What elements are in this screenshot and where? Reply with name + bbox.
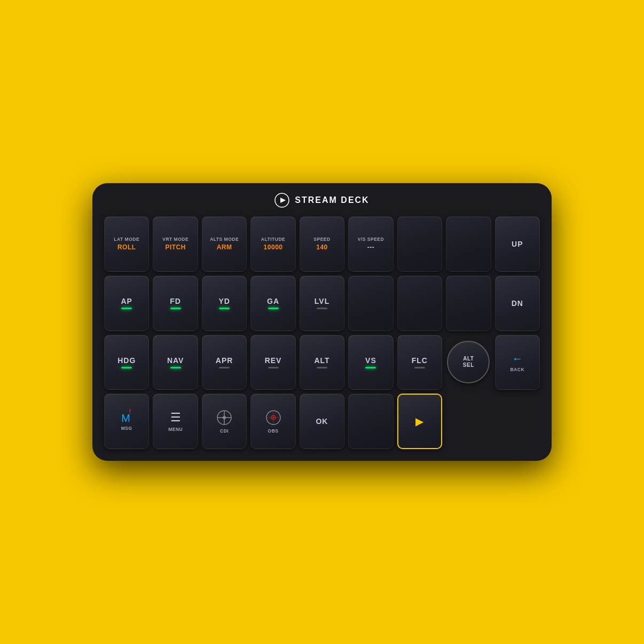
button-grid: LAT MODE ROLL VRT MODE PITCH ALTS MODE A… [104, 216, 540, 449]
btn-up[interactable]: UP [495, 216, 540, 272]
btn-msg[interactable]: M ! MSG [104, 394, 149, 449]
menu-icon: ☰ [170, 411, 181, 425]
stream-deck-logo [274, 193, 289, 208]
btn-yd[interactable]: YD [202, 276, 247, 331]
btn-vs[interactable]: VS [348, 335, 393, 390]
btn-alts-mode[interactable]: ALTS MODE ARM [202, 216, 247, 272]
btn-empty-r1c8 [446, 216, 491, 272]
btn-empty-r4c7 [348, 394, 393, 449]
btn-alt-sel[interactable]: ALT SEL [447, 341, 490, 383]
svg-marker-1 [280, 198, 286, 203]
btn-altitude[interactable]: ALTITUDE 10000 [250, 216, 295, 272]
stream-deck-panel: STREAM DECK LAT MODE ROLL VRT MODE PITCH… [92, 183, 552, 461]
btn-menu[interactable]: ☰ MENU [153, 394, 198, 449]
apr-indicator [219, 367, 230, 368]
btn-rev[interactable]: REV [250, 335, 295, 390]
btn-empty-r2c7 [397, 276, 442, 331]
ga-indicator [268, 308, 279, 309]
btn-flc[interactable]: FLC [397, 335, 442, 390]
btn-empty-r1c7 [397, 216, 442, 272]
arrow-right-icon: ▶ [415, 415, 423, 428]
btn-empty-r2c8 [446, 276, 491, 331]
ap-indicator [121, 308, 132, 309]
btn-lvl[interactable]: LVL [300, 276, 344, 331]
cdi-icon [216, 409, 233, 426]
btn-ga[interactable]: GA [250, 276, 295, 331]
btn-back[interactable]: ← BACK [495, 335, 540, 390]
btn-speed[interactable]: SPEED 140 [300, 216, 344, 272]
btn-fd[interactable]: FD [153, 276, 198, 331]
vs-indicator [365, 367, 376, 368]
btn-arrow-right[interactable]: ▶ [397, 394, 442, 449]
btn-vrt-mode[interactable]: VRT MODE PITCH [153, 216, 198, 272]
btn-vs-speed[interactable]: V/S SPEED --- [348, 216, 393, 272]
btn-empty-r2c6 [348, 276, 393, 331]
btn-alt[interactable]: ALT [300, 335, 344, 390]
btn-lat-mode[interactable]: LAT MODE ROLL [104, 216, 149, 272]
btn-obs[interactable]: OBS [250, 394, 295, 449]
back-icon: ← [512, 352, 523, 365]
fd-indicator [170, 308, 181, 309]
btn-ap[interactable]: AP [104, 276, 149, 331]
brand-name: STREAM DECK [295, 195, 369, 205]
nav-indicator [170, 367, 181, 368]
btn-dn[interactable]: DN [495, 276, 540, 331]
obs-icon [265, 409, 282, 426]
btn-ok[interactable]: OK [300, 394, 344, 449]
btn-nav[interactable]: NAV [153, 335, 198, 390]
btn-apr[interactable]: APR [202, 335, 247, 390]
rev-indicator [268, 367, 279, 368]
btn-cdi[interactable]: CDI [202, 394, 247, 449]
header: STREAM DECK [274, 193, 369, 208]
svg-point-10 [272, 417, 274, 419]
flc-indicator [414, 367, 425, 368]
msg-exclaim-icon: ! [129, 408, 131, 415]
yd-indicator [219, 308, 230, 309]
lvl-indicator [317, 308, 327, 309]
btn-hdg[interactable]: HDG [104, 335, 149, 390]
hdg-indicator [121, 367, 132, 368]
alt-indicator [317, 367, 327, 368]
